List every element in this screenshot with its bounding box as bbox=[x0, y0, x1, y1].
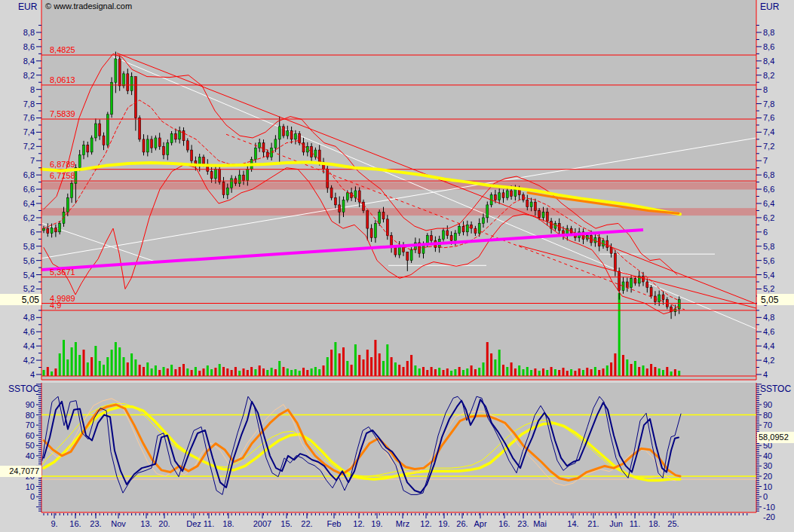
price-tick-label-right: 7,6 bbox=[763, 113, 774, 122]
price-tick-label-right: 8,2 bbox=[763, 71, 774, 80]
date-label: Apr bbox=[474, 519, 486, 528]
stoch-value-marker-right: 58,0952 bbox=[757, 432, 794, 443]
price-tick-label-left: 4,2 bbox=[23, 356, 35, 365]
stoch-plot-area[interactable] bbox=[41, 383, 756, 512]
date-label: Nov bbox=[111, 519, 126, 528]
price-tick-label-left: 6,4 bbox=[23, 199, 35, 208]
date-label: 22. bbox=[301, 519, 312, 528]
price-tick-label-right: 6,8 bbox=[763, 170, 774, 179]
price-tick-label-left: 4 bbox=[30, 370, 35, 379]
price-tick-label-right: 7 bbox=[763, 156, 768, 165]
stoch-tick-label-right: 40 bbox=[763, 451, 772, 460]
indicator-axis-label-left: SSTOC bbox=[8, 384, 39, 393]
price-plot-area[interactable] bbox=[41, 0, 756, 380]
stoch-tick-label-left: 40 bbox=[26, 451, 35, 460]
date-label: 9. bbox=[51, 519, 57, 528]
price-tick-label-left: 7 bbox=[30, 156, 35, 165]
price-tick-label-right: 8,8 bbox=[763, 28, 774, 37]
price-tick-label-right: 6,2 bbox=[763, 213, 774, 222]
date-label: 2007 bbox=[253, 519, 271, 528]
stoch-tick-label-right: 30 bbox=[763, 461, 772, 470]
price-tick-label-right: 6,6 bbox=[763, 185, 774, 194]
price-tick-label-right: 8 bbox=[763, 85, 768, 94]
price-tick-label-right: 6,4 bbox=[763, 199, 774, 208]
stoch-tick-label-left: 0 bbox=[30, 492, 35, 501]
price-tick-label-left: 8,8 bbox=[23, 28, 35, 37]
currency-axis-label-left: EUR bbox=[18, 2, 37, 11]
stoch-tick-label-right: 70 bbox=[763, 420, 772, 430]
date-label: 18. bbox=[222, 519, 234, 528]
price-tick-label-left: 6 bbox=[30, 228, 35, 237]
date-label: 11. bbox=[630, 519, 640, 528]
date-label: Feb bbox=[327, 519, 342, 528]
price-tick-label-left: 8,6 bbox=[23, 42, 35, 51]
price-tick-label-left: 7,6 bbox=[23, 113, 35, 122]
stoch-tick-label-left: 60 bbox=[26, 431, 35, 440]
date-label: 25. bbox=[667, 519, 679, 528]
stoch-tick-label-right: 0 bbox=[763, 492, 768, 501]
date-label: 16. bbox=[498, 519, 510, 528]
price-tick-label-right: 7,2 bbox=[763, 142, 774, 151]
currency-axis-label-right: EUR bbox=[760, 2, 779, 11]
stoch-tick-label-right: 20 bbox=[763, 472, 772, 481]
price-tick-label-left: 5,6 bbox=[23, 256, 35, 265]
price-tick-label-right: 6 bbox=[763, 228, 768, 237]
price-tick-label-left: 6,6 bbox=[23, 185, 35, 194]
price-tick-label-right: 4,8 bbox=[763, 313, 774, 322]
price-tick-label-left: 5,8 bbox=[23, 242, 35, 251]
stoch-tick-label-left: 80 bbox=[26, 411, 35, 420]
stoch-value-marker-left: 24,7077 bbox=[0, 466, 41, 477]
stoch-tick-label-left: 10 bbox=[26, 482, 35, 491]
date-label: Dez bbox=[186, 519, 201, 528]
price-tick-label-left: 7,8 bbox=[23, 99, 35, 109]
price-tick-label-left: 8,2 bbox=[23, 71, 35, 80]
price-tick-label-right: 7,4 bbox=[763, 127, 774, 136]
date-label: 11. bbox=[204, 519, 214, 528]
stoch-tick-label-right: 80 bbox=[763, 411, 772, 420]
price-tick-label-left: 6,8 bbox=[23, 170, 35, 179]
price-tick-label-right: 4,6 bbox=[763, 327, 774, 336]
price-tick-label-left: 5,2 bbox=[23, 284, 35, 293]
date-label: 13. bbox=[140, 519, 152, 528]
stoch-tick-label-right: 10 bbox=[763, 482, 772, 491]
current-price-marker-right: 5,05 bbox=[757, 294, 794, 305]
stoch-tick-label-right: -10 bbox=[763, 503, 775, 512]
date-label: Jun bbox=[609, 519, 623, 528]
stoch-tick-label-left: 70 bbox=[26, 420, 35, 430]
price-tick-label-left: 8 bbox=[30, 85, 35, 94]
tradesignal-chart-window: 8,48258,06137,58396,87896,71585,36714,99… bbox=[0, 0, 794, 532]
date-label: 19. bbox=[371, 519, 382, 528]
price-tick-label-right: 4 bbox=[763, 370, 768, 379]
current-price-marker-left: 5,05 bbox=[0, 294, 41, 305]
price-tick-label-right: 5,2 bbox=[763, 284, 774, 293]
stoch-tick-label-right: -20 bbox=[763, 512, 775, 521]
chart-canvas: 8,48258,06137,58396,87896,71585,36714,99… bbox=[0, 0, 794, 532]
date-label: 21. bbox=[587, 519, 599, 528]
date-label: 26. bbox=[456, 519, 468, 528]
date-label: 15. bbox=[281, 519, 292, 528]
price-tick-label-right: 8,6 bbox=[763, 42, 774, 51]
price-tick-label-right: 4,2 bbox=[763, 356, 774, 365]
date-label: 20. bbox=[158, 519, 170, 528]
price-tick-label-left: 4,6 bbox=[23, 327, 35, 336]
price-tick-label-left: 7,4 bbox=[23, 127, 35, 136]
price-tick-label-right: 7,8 bbox=[763, 99, 774, 109]
date-label: Mrz bbox=[396, 519, 409, 528]
indicator-axis-label-right: SSTOC bbox=[760, 384, 791, 393]
copyright-watermark: © www.tradesignal.com bbox=[45, 2, 132, 11]
price-tick-label-left: 6,2 bbox=[23, 213, 35, 222]
price-tick-label-left: 8,4 bbox=[23, 57, 35, 66]
price-tick-label-right: 5,4 bbox=[763, 271, 774, 280]
date-label: Mai bbox=[533, 519, 547, 528]
date-label: 12. bbox=[420, 519, 431, 528]
stoch-tick-label-left: 50 bbox=[26, 441, 35, 450]
stoch-tick-label-right: 90 bbox=[763, 400, 772, 409]
date-label: 23. bbox=[517, 519, 529, 528]
date-label: 19. bbox=[438, 519, 449, 528]
price-tick-label-left: 4,4 bbox=[23, 341, 35, 350]
date-label: 12. bbox=[353, 519, 364, 528]
price-tick-label-right: 8,4 bbox=[763, 57, 774, 66]
stoch-tick-label-left: 90 bbox=[26, 400, 35, 409]
price-tick-label-left: 7,2 bbox=[23, 142, 35, 151]
price-tick-label-left: 4,8 bbox=[23, 313, 35, 322]
